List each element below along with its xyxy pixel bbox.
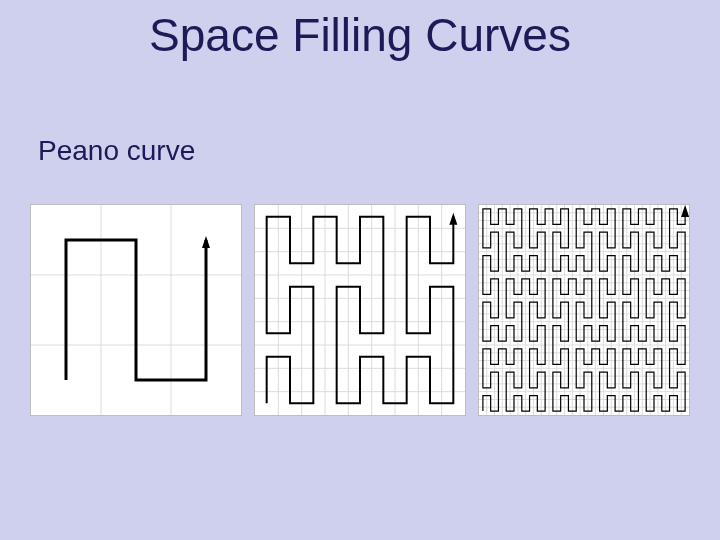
peano-curve-svg-3 <box>479 205 689 415</box>
slide: Space Filling Curves Peano curve <box>0 0 720 540</box>
peano-iteration-1 <box>30 204 242 416</box>
figure-row <box>30 200 690 420</box>
peano-curve-svg-1 <box>31 205 241 415</box>
page-title: Space Filling Curves <box>0 8 720 62</box>
peano-curve-svg-2 <box>255 205 465 415</box>
svg-marker-21 <box>449 213 457 225</box>
subtitle: Peano curve <box>38 135 195 167</box>
svg-marker-74 <box>681 205 689 217</box>
svg-marker-4 <box>202 236 210 248</box>
peano-iteration-2 <box>254 204 466 416</box>
peano-iteration-3 <box>478 204 690 416</box>
